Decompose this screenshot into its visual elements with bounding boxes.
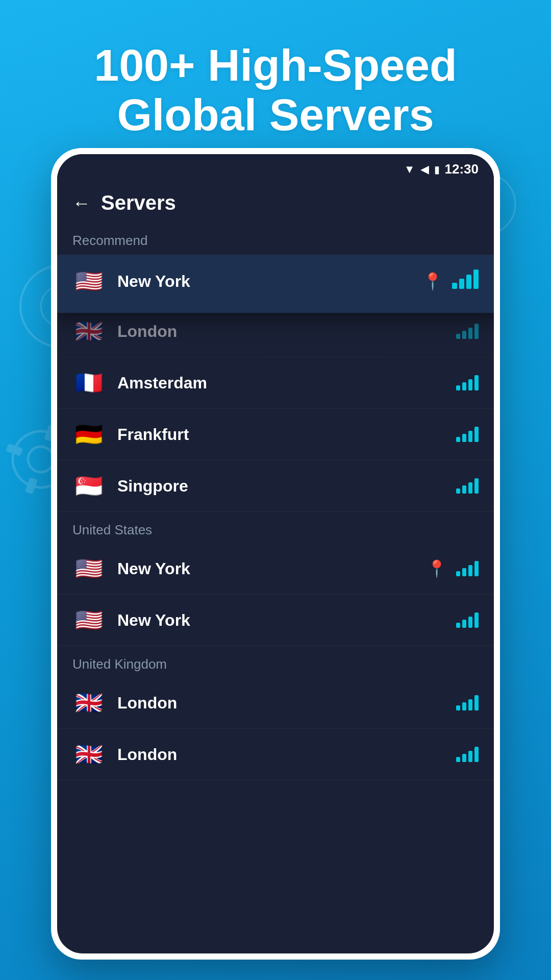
server-list-content: 🇬🇧 London 🇫🇷 Amsterdam 🇩🇪 [57, 306, 494, 780]
list-item[interactable]: 🇬🇧 London [57, 677, 494, 729]
signal-bars-highlighted [452, 274, 479, 289]
flag-icon: 🇫🇷 [72, 370, 105, 396]
scroll-area: 🇺🇸 New York 📍 🇬🇧 London [57, 255, 494, 953]
signal-bars [456, 324, 479, 339]
section-header-us: United States [57, 512, 494, 543]
svg-rect-9 [6, 444, 23, 456]
highlighted-flag: 🇺🇸 [72, 268, 105, 295]
server-name: Frankfurt [117, 425, 456, 444]
highlighted-server-name: New York [117, 272, 422, 291]
list-item[interactable]: 🇬🇧 London [57, 306, 494, 357]
server-name: Singpore [117, 477, 456, 496]
list-item[interactable]: 🇩🇪 Frankfurt [57, 409, 494, 460]
flag-icon: 🇬🇧 [72, 741, 105, 768]
server-name: London [117, 694, 456, 713]
signal-bars [456, 612, 479, 628]
signal-bars [456, 747, 479, 762]
location-pin-icon: 📍 [422, 272, 443, 291]
highlighted-server-row[interactable]: 🇺🇸 New York 📍 [57, 255, 494, 313]
status-bar: ▼ ◀ ▮ 12:30 [57, 154, 494, 181]
wifi-icon: ▼ [404, 163, 415, 176]
server-name: Amsterdam [117, 374, 456, 393]
flag-icon: 🇺🇸 [72, 555, 105, 582]
list-item[interactable]: 🇺🇸 New York [57, 595, 494, 646]
signal-bars [456, 427, 479, 442]
server-name: New York [117, 611, 456, 630]
back-button[interactable]: ← [72, 192, 91, 214]
signal-icon: ◀ [420, 163, 429, 176]
svg-rect-7 [25, 477, 38, 495]
flag-icon: 🇩🇪 [72, 421, 105, 448]
flag-icon: 🇸🇬 [72, 473, 105, 499]
server-name: London [117, 322, 456, 341]
status-time: 12:30 [445, 161, 479, 177]
flag-icon: 🇬🇧 [72, 690, 105, 716]
status-icons: ▼ ◀ ▮ 12:30 [404, 161, 479, 177]
list-item[interactable]: 🇫🇷 Amsterdam [57, 357, 494, 409]
list-item[interactable]: 🇬🇧 London [57, 729, 494, 780]
signal-bars [456, 478, 479, 494]
phone-frame: ▼ ◀ ▮ 12:30 ← Servers Recommend 🇺🇸 New Y… [51, 148, 500, 960]
recommend-label: Recommend [57, 225, 494, 255]
server-name: London [117, 745, 456, 764]
hero-title: 100+ High-Speed Global Servers [0, 41, 551, 140]
signal-bars [456, 375, 479, 390]
section-header-uk: United Kingdom [57, 646, 494, 677]
signal-bars [456, 695, 479, 710]
flag-icon: 🇺🇸 [72, 607, 105, 633]
signal-bars [456, 561, 479, 576]
list-item[interactable]: 🇺🇸 New York 📍 [57, 543, 494, 595]
location-pin-icon: 📍 [427, 559, 447, 578]
app-bar-title: Servers [101, 191, 176, 214]
app-bar: ← Servers [57, 181, 494, 225]
server-name: New York [117, 559, 427, 578]
list-item[interactable]: 🇸🇬 Singpore [57, 460, 494, 512]
phone-screen: ▼ ◀ ▮ 12:30 ← Servers Recommend 🇺🇸 New Y… [57, 154, 494, 953]
flag-icon: 🇬🇧 [72, 318, 105, 345]
battery-icon: ▮ [434, 163, 440, 176]
